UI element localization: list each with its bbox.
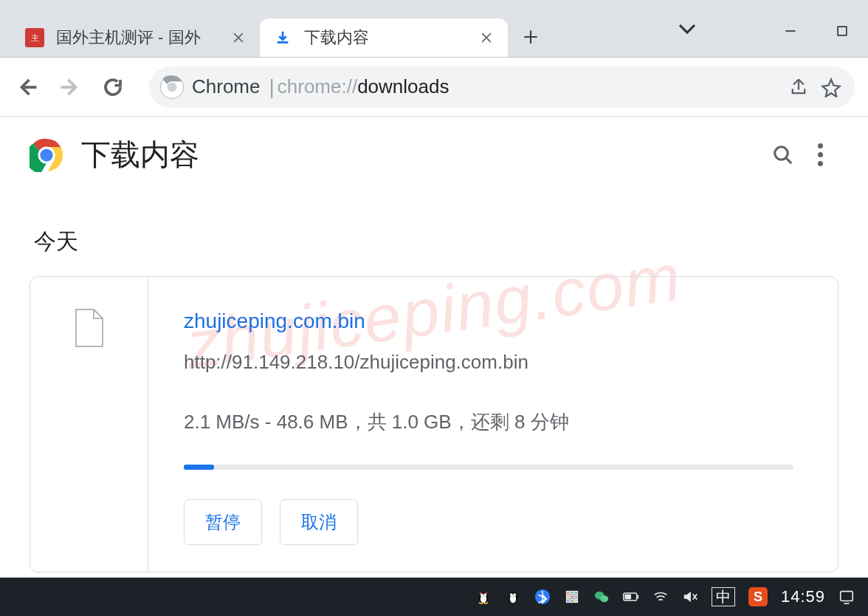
svg-rect-33 [841,592,853,601]
app-icon[interactable] [564,578,580,616]
download-favicon [273,28,292,47]
taskbar: 中 S 14:59 [0,578,868,616]
svg-point-29 [600,595,608,602]
omnibox-url: chrome://downloads [278,75,450,98]
svg-point-7 [775,146,788,160]
svg-rect-24 [575,595,578,598]
svg-rect-20 [571,592,574,595]
bluetooth-icon[interactable] [534,578,551,616]
notifications-icon[interactable] [838,578,855,616]
tab-title: 下载内容 [304,27,472,49]
new-tab-button[interactable] [514,20,548,54]
download-card: zhujiceping.com.bin http://91.149.218.10… [30,276,838,572]
clock[interactable]: 14:59 [781,578,825,616]
menu-icon[interactable] [802,137,838,174]
svg-point-15 [510,594,512,595]
close-tab-icon[interactable] [230,30,247,46]
svg-point-12 [482,596,485,598]
minimize-button[interactable] [765,16,816,46]
cancel-button[interactable]: 取消 [280,499,358,545]
page-title: 下载内容 [81,134,199,175]
download-progress-bar [184,465,214,470]
search-icon[interactable] [765,137,802,174]
svg-rect-0 [838,27,847,35]
svg-rect-32 [624,595,630,600]
svg-rect-23 [571,595,574,598]
omnibox[interactable]: Chrome | chrome://downloads [149,66,855,108]
site-favicon: 主 [25,28,44,47]
svg-rect-26 [571,600,574,603]
tab-active[interactable]: 下载内容 [260,18,508,57]
date-header: 今天 [34,227,838,257]
file-icon [75,308,104,348]
svg-rect-19 [567,592,570,595]
bookmark-icon[interactable] [815,71,847,103]
volume-mute-icon[interactable] [682,578,698,616]
svg-point-16 [514,594,515,595]
download-filename[interactable]: zhujiceping.com.bin [184,309,793,333]
qq-icon[interactable] [505,578,521,616]
pause-button[interactable]: 暂停 [184,499,262,545]
tab-overflow-icon[interactable] [676,18,698,43]
svg-rect-22 [567,595,570,598]
page-header: 下载内容 [0,117,868,182]
wifi-icon[interactable] [652,578,669,616]
svg-rect-27 [575,600,578,603]
wechat-icon[interactable] [593,578,610,616]
svg-point-17 [512,596,514,598]
close-tab-icon[interactable] [478,30,495,46]
svg-point-10 [480,594,482,595]
back-button[interactable] [6,66,49,109]
tab-title: 国外主机测评 - 国外 [56,27,224,49]
chrome-icon [159,75,185,100]
download-source-url: http://91.149.218.10/zhujiceping.com.bin [184,351,793,374]
ime-indicator[interactable]: 中 [712,578,735,616]
maximize-button[interactable] [816,16,868,46]
tab-strip: 主 国外主机测评 - 国外 下载内容 [0,0,868,58]
sogou-icon[interactable]: S [748,578,768,616]
qq-icon[interactable] [475,578,492,616]
file-icon-column [30,277,148,572]
svg-point-11 [484,594,486,595]
battery-icon[interactable] [623,578,639,616]
tab-inactive[interactable]: 主 国外主机测评 - 国外 [12,18,260,57]
omnibox-separator: | [269,75,274,99]
chrome-logo [30,138,63,172]
download-status: 2.1 MB/s - 48.6 MB，共 1.0 GB，还剩 8 分钟 [184,409,793,435]
share-icon[interactable] [782,71,815,103]
download-progress [184,465,793,470]
reload-button[interactable] [92,66,134,109]
svg-rect-31 [637,595,638,598]
svg-rect-25 [567,600,570,603]
omnibox-context: Chrome [190,75,267,98]
forward-button[interactable] [49,66,92,109]
window-controls [765,0,868,58]
toolbar: Chrome | chrome://downloads [0,58,868,117]
svg-rect-21 [575,592,578,595]
svg-point-3 [168,82,177,92]
